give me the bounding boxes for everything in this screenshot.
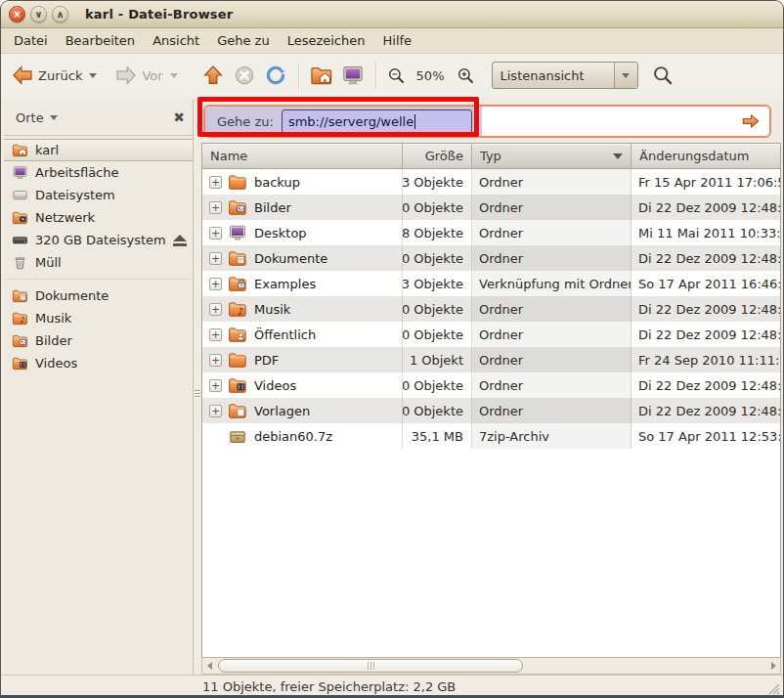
column-header-type[interactable]: Typ bbox=[472, 144, 632, 169]
horizontal-scrollbar[interactable] bbox=[201, 657, 781, 675]
expander-button[interactable]: + bbox=[209, 354, 222, 367]
search-button[interactable] bbox=[648, 62, 677, 89]
file-row-pdf[interactable]: +PDF1 ObjektOrdnerFr 24 Sep 2010 11:11:4 bbox=[202, 347, 780, 372]
sidebar-item-bilder[interactable]: Bilder bbox=[4, 329, 193, 352]
sidebar-item-label: Müll bbox=[35, 255, 62, 270]
column-header-size[interactable]: Größe bbox=[403, 144, 472, 169]
menu-hilfe[interactable]: Hilfe bbox=[374, 28, 421, 53]
sidebar-item-dokumente[interactable]: Dokumente bbox=[4, 284, 193, 307]
sidebar-item-320-gb-dateisystem[interactable]: 320 GB Dateisystem bbox=[4, 229, 193, 251]
sidebar-item-videos[interactable]: Videos bbox=[4, 352, 193, 374]
search-icon bbox=[652, 65, 674, 86]
location-bar[interactable]: Gehe zu: smb://serverg/welle bbox=[203, 105, 771, 138]
file-row--ffentlich[interactable]: +Öffentlich0 ObjekteOrdnerDi 22 Dez 2009… bbox=[202, 322, 780, 347]
file-row-debian60-7z[interactable]: debian60.7z35,1 MB7zip-ArchivSo 17 Apr 2… bbox=[202, 423, 780, 449]
folder-music-icon: ♪ bbox=[228, 299, 247, 319]
menu-datei[interactable]: Datei bbox=[5, 28, 57, 53]
expander-button[interactable]: + bbox=[209, 328, 222, 341]
sidebar-item-label: Bilder bbox=[35, 333, 72, 348]
file-row-dokumente[interactable]: +Dokumente0 ObjekteOrdnerDi 22 Dez 2009 … bbox=[202, 245, 780, 271]
scroll-right-arrow[interactable] bbox=[766, 658, 780, 674]
zoom-in-button[interactable] bbox=[453, 64, 478, 87]
resize-grip[interactable] bbox=[767, 682, 781, 696]
scrollbar-thumb[interactable] bbox=[218, 659, 523, 673]
stop-button[interactable] bbox=[229, 61, 260, 90]
toolbar-separator bbox=[298, 62, 299, 89]
forward-button[interactable]: Vor bbox=[110, 61, 166, 90]
sidebar-item-label: Musik bbox=[35, 311, 71, 326]
expander-button[interactable]: + bbox=[209, 303, 222, 316]
back-button[interactable]: Zurück bbox=[7, 61, 86, 90]
window-minimize-button[interactable]: ∨ bbox=[30, 6, 47, 22]
sidebar-item-arbeitsfl-che[interactable]: Arbeitsfläche bbox=[4, 161, 193, 184]
file-row-musik[interactable]: +♪Musik0 ObjekteOrdnerDi 22 Dez 2009 12:… bbox=[202, 296, 780, 322]
column-header-modified[interactable]: Änderungsdatum bbox=[632, 144, 780, 169]
view-mode-select[interactable]: Listenansicht bbox=[492, 62, 638, 89]
expander-button[interactable]: + bbox=[209, 405, 222, 417]
file-row-backup[interactable]: +backup3 ObjekteOrdnerFr 15 Apr 2011 17:… bbox=[202, 169, 780, 195]
sidebar-close-icon[interactable]: ✖ bbox=[173, 109, 185, 125]
folder-icon bbox=[228, 172, 247, 192]
file-name: Bilder bbox=[254, 200, 291, 215]
expander-button[interactable]: + bbox=[209, 278, 222, 290]
back-history-dropdown[interactable] bbox=[89, 73, 97, 78]
menu-ansicht[interactable]: Ansicht bbox=[144, 28, 208, 53]
text-cursor bbox=[414, 114, 415, 129]
sidebar-item-karl[interactable]: karl bbox=[4, 139, 193, 161]
sidebar-item-netzwerk[interactable]: Netzwerk bbox=[4, 206, 193, 229]
sidebar-item-dateisystem[interactable]: Dateisystem bbox=[4, 184, 193, 206]
home-button[interactable] bbox=[306, 61, 337, 90]
file-row-examples[interactable]: +Examples13 ObjekteVerknüpfung mit Ordne… bbox=[202, 271, 780, 296]
file-modified-date: So 17 Apr 2011 12:53:3 bbox=[632, 423, 780, 449]
drive-icon bbox=[12, 187, 28, 203]
sort-descending-icon bbox=[613, 153, 623, 159]
up-arrow-icon bbox=[201, 64, 225, 87]
places-dropdown-icon[interactable] bbox=[50, 115, 58, 120]
file-modified-date: Di 22 Dez 2009 12:48:0 bbox=[632, 372, 780, 398]
expander-button[interactable]: + bbox=[209, 201, 222, 214]
folder-icon bbox=[228, 350, 247, 370]
eject-button[interactable] bbox=[173, 235, 187, 246]
location-row: Gehe zu: smb://serverg/welle bbox=[201, 100, 781, 143]
file-name: Examples bbox=[254, 277, 316, 291]
computer-icon bbox=[341, 64, 365, 87]
window-close-button[interactable]: × bbox=[9, 6, 25, 22]
places-selector[interactable]: Orte bbox=[16, 110, 44, 125]
file-row-videos[interactable]: +Videos0 ObjekteOrdnerDi 22 Dez 2009 12:… bbox=[202, 372, 780, 398]
sidebar-item-m-ll[interactable]: Müll bbox=[4, 251, 193, 274]
expander-button[interactable]: + bbox=[209, 227, 222, 240]
pane-splitter[interactable] bbox=[194, 100, 201, 675]
computer-button[interactable] bbox=[337, 61, 369, 90]
go-arrow-button[interactable] bbox=[740, 110, 762, 132]
sidebar-item-musik[interactable]: ♪Musik bbox=[4, 307, 193, 329]
file-size: 35,1 MB bbox=[403, 423, 472, 449]
titlebar[interactable]: × ∨ ∧ karl - Datei-Browser bbox=[1, 1, 783, 28]
column-header-name[interactable]: Name bbox=[202, 144, 403, 169]
file-row-desktop[interactable]: +Desktop8 ObjekteOrdnerMi 11 Mai 2011 10… bbox=[202, 220, 780, 245]
menu-bearbeiten[interactable]: Bearbeiten bbox=[57, 28, 144, 53]
expander-button[interactable]: + bbox=[209, 379, 222, 392]
view-mode-dropdown-button[interactable] bbox=[614, 63, 637, 88]
file-row-bilder[interactable]: +Bilder0 ObjekteOrdnerDi 22 Dez 2009 12:… bbox=[202, 195, 780, 220]
scroll-left-arrow[interactable] bbox=[202, 658, 216, 674]
expander-button[interactable]: + bbox=[209, 176, 222, 189]
trash-icon bbox=[12, 254, 28, 271]
file-type: Ordner bbox=[472, 245, 632, 271]
file-row-vorlagen[interactable]: +Vorlagen0 ObjekteOrdnerDi 22 Dez 2009 1… bbox=[202, 398, 780, 423]
expander-button[interactable]: + bbox=[209, 252, 222, 265]
up-button[interactable] bbox=[197, 61, 229, 90]
zoom-out-button[interactable] bbox=[383, 64, 409, 87]
menu-lesezeichen[interactable]: Lesezeichen bbox=[279, 28, 374, 53]
file-modified-date: Di 22 Dez 2009 12:48:0 bbox=[632, 245, 780, 271]
reload-button[interactable] bbox=[260, 61, 291, 90]
forward-history-dropdown[interactable] bbox=[170, 73, 178, 78]
main-content: Orte ✖ karlArbeitsflächeDateisystemNetzw… bbox=[1, 97, 783, 675]
home-folder-icon bbox=[12, 142, 28, 158]
stop-icon bbox=[233, 64, 256, 87]
splitter-grip-icon[interactable] bbox=[195, 388, 200, 399]
sidebar-item-label: karl bbox=[35, 143, 59, 157]
file-modified-date: So 17 Apr 2011 16:46:1 bbox=[632, 271, 780, 296]
location-input[interactable]: smb://serverg/welle bbox=[282, 109, 472, 134]
window-maximize-button[interactable]: ∧ bbox=[52, 6, 68, 22]
menu-gehe-zu[interactable]: Gehe zu bbox=[208, 28, 279, 53]
